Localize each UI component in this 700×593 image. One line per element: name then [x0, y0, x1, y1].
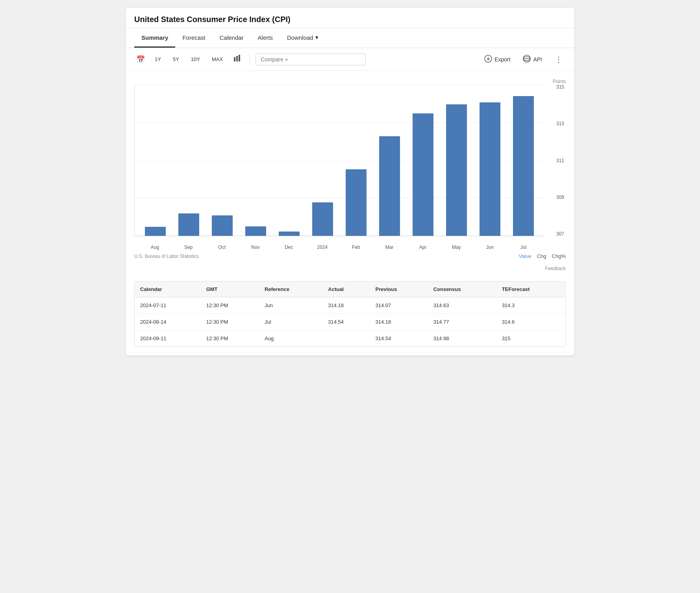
bar-group — [272, 85, 306, 236]
calendar-icon[interactable]: 📅 — [134, 53, 147, 66]
table-column-header: TEForecast — [496, 282, 565, 297]
table-header: CalendarGMTReferenceActualPreviousConsen… — [135, 282, 565, 297]
table-cell: 314.54 — [370, 330, 428, 347]
bar[interactable] — [178, 213, 199, 236]
tab-forecast[interactable]: Forecast — [175, 29, 212, 48]
range-max-button[interactable]: MAX — [208, 54, 227, 64]
bar-group — [339, 85, 373, 236]
x-label: Oct — [205, 242, 239, 250]
table-cell: 314.98 — [428, 330, 496, 347]
bar-group — [139, 85, 172, 236]
x-label: Apr — [406, 242, 440, 250]
table-row: 2024-07-1112:30 PMJun314.18314.07314.633… — [135, 297, 565, 314]
table-body: 2024-07-1112:30 PMJun314.18314.07314.633… — [135, 297, 565, 347]
bar-group — [507, 85, 540, 236]
feedback-row: Feedback — [126, 263, 574, 275]
x-label: May — [440, 242, 473, 250]
tab-summary[interactable]: Summary — [134, 29, 175, 48]
y-label: 315 — [546, 85, 566, 89]
chart-type-icon[interactable] — [231, 52, 243, 67]
table-cell: 2024-09-11 — [135, 330, 201, 347]
y-label: 309 — [546, 195, 566, 200]
table-column-header: Calendar — [135, 282, 201, 297]
table-cell: Aug — [259, 330, 322, 347]
table-cell: Jun — [259, 297, 322, 314]
compare-input[interactable] — [256, 54, 366, 65]
table-cell: 314.77 — [428, 314, 496, 330]
bar[interactable] — [346, 169, 367, 236]
value-control[interactable]: Value — [519, 253, 531, 259]
tab-download[interactable]: Download ▾ — [280, 28, 326, 48]
bar[interactable] — [212, 215, 233, 236]
bar[interactable] — [513, 96, 534, 236]
api-label: API — [533, 56, 542, 63]
bar[interactable] — [312, 202, 333, 236]
bar[interactable] — [379, 136, 400, 236]
chart-inner — [134, 85, 544, 236]
y-labels: 315313311309307 — [546, 85, 566, 236]
export-icon — [484, 55, 492, 64]
range-1y-button[interactable]: 1Y — [151, 54, 165, 64]
table-cell: 314.6 — [496, 314, 565, 330]
table-row: 2024-08-1412:30 PMJul314.54314.18314.773… — [135, 314, 565, 330]
table-cell: Jul — [259, 314, 322, 330]
table-cell: 12:30 PM — [201, 314, 259, 330]
table-column-header: Consensus — [428, 282, 496, 297]
data-table: CalendarGMTReferenceActualPreviousConsen… — [134, 281, 566, 347]
chart-controls: Value Chg Chg% — [519, 253, 566, 259]
table-cell: 314.63 — [428, 297, 496, 314]
api-button[interactable]: API — [520, 53, 545, 66]
svg-rect-1 — [236, 56, 238, 61]
y-label: 311 — [546, 158, 566, 163]
bar-group — [239, 85, 272, 236]
bar-group — [306, 85, 339, 236]
bar[interactable] — [145, 227, 166, 236]
range-10y-button[interactable]: 10Y — [187, 54, 204, 64]
page-title: United States Consumer Price Index (CPI) — [126, 8, 574, 28]
bar[interactable] — [446, 104, 467, 236]
table-cell: 314.54 — [322, 314, 370, 330]
table-cell — [322, 330, 370, 347]
toolbar: 📅 1Y 5Y 10Y MAX Export — [126, 48, 574, 71]
x-label: Nov — [239, 242, 272, 250]
table-row: 2024-09-1112:30 PMAug314.54314.98315 — [135, 330, 565, 347]
bars-area — [135, 85, 544, 236]
y-label: 307 — [546, 232, 566, 236]
x-labels: AugSepOctNovDec2024FebMarAprMayJunJul — [134, 242, 544, 250]
main-card: United States Consumer Price Index (CPI)… — [126, 8, 574, 356]
x-label: Dec — [272, 242, 306, 250]
table-cell: 12:30 PM — [201, 330, 259, 347]
more-options-button[interactable]: ⋮ — [552, 53, 566, 66]
chart-section: Points AugSepOctNovDec2024FebMarAprMayJu… — [126, 71, 574, 263]
feedback-link[interactable]: Feedback — [545, 266, 566, 271]
table-cell: 2024-08-14 — [135, 314, 201, 330]
download-arrow-icon: ▾ — [315, 34, 319, 41]
bar-group — [473, 85, 507, 236]
cpi-table: CalendarGMTReferenceActualPreviousConsen… — [135, 282, 565, 347]
table-cell: 314.07 — [370, 297, 428, 314]
tab-calendar[interactable]: Calendar — [213, 29, 251, 48]
table-cell: 315 — [496, 330, 565, 347]
bar[interactable] — [245, 226, 266, 236]
chg-pct-control[interactable]: Chg% — [552, 253, 566, 259]
chart-footer: U.S. Bureau of Labor Statistics Value Ch… — [134, 250, 566, 263]
chg-control[interactable]: Chg — [537, 253, 546, 259]
range-5y-button[interactable]: 5Y — [169, 54, 183, 64]
bar[interactable] — [279, 232, 300, 236]
x-label: Aug — [138, 242, 172, 250]
tab-alerts[interactable]: Alerts — [251, 29, 280, 48]
x-label: Jun — [473, 242, 507, 250]
data-source-label: U.S. Bureau of Labor Statistics — [134, 254, 199, 259]
bar-group — [406, 85, 440, 236]
toolbar-separator — [249, 55, 250, 64]
table-cell: 2024-07-11 — [135, 297, 201, 314]
export-label: Export — [494, 56, 510, 63]
x-label: Jul — [507, 242, 540, 250]
table-header-row: CalendarGMTReferenceActualPreviousConsen… — [135, 282, 565, 297]
x-label: 2024 — [306, 242, 339, 250]
export-button[interactable]: Export — [481, 53, 513, 66]
bar[interactable] — [413, 113, 433, 236]
bar[interactable] — [480, 102, 500, 236]
table-column-header: Previous — [370, 282, 428, 297]
x-label: Sep — [172, 242, 205, 250]
